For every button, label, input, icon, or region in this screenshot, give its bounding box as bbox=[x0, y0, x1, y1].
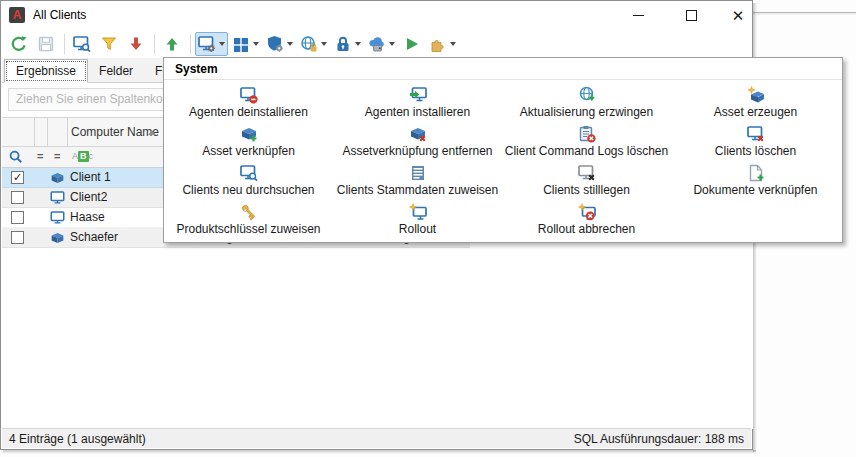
minimize-icon bbox=[633, 15, 644, 16]
client-name: Schaefer bbox=[70, 228, 118, 247]
dropdown-caret-icon bbox=[287, 42, 293, 46]
cube-icon bbox=[50, 230, 65, 245]
monitor-search-icon bbox=[240, 164, 258, 182]
save-button[interactable] bbox=[33, 32, 59, 56]
header-checkbox-column[interactable] bbox=[2, 118, 35, 146]
monitor-search-icon bbox=[73, 35, 91, 53]
menu-item-asset-erzeugen[interactable]: Asset erzeugen bbox=[671, 83, 840, 122]
minimize-button[interactable] bbox=[622, 4, 654, 26]
plugins-button[interactable] bbox=[426, 32, 459, 56]
screen: A All Clients ✕ bbox=[0, 0, 856, 457]
title-bar: A All Clients ✕ bbox=[1, 1, 752, 29]
globe-update-icon bbox=[578, 86, 596, 104]
menu-item-clients-loeschen[interactable]: Clients löschen bbox=[671, 122, 840, 161]
menu-item-assetverknuepfung-entfernen[interactable]: Assetverknüpfung entfernen bbox=[333, 122, 502, 161]
client-name: Client2 bbox=[70, 188, 107, 207]
window-shadow-bottom bbox=[3, 450, 756, 454]
puzzle-icon bbox=[429, 35, 447, 53]
menu-item-agenten-deinstallieren[interactable]: Agenten deinstallieren bbox=[164, 83, 333, 122]
play-icon bbox=[403, 35, 421, 53]
backup-button[interactable] bbox=[365, 32, 398, 56]
menu-item-dokumente-verknuepfen[interactable]: Dokumente verknüpfen bbox=[671, 161, 840, 200]
lock-button[interactable] bbox=[331, 32, 364, 56]
background-window-edge-light bbox=[752, 13, 856, 15]
monitor-delete-icon bbox=[747, 125, 765, 143]
menu-grid: Agenten deinstallieren Agenten installie… bbox=[164, 80, 842, 239]
tab-ergebnisse[interactable]: Ergebnisse bbox=[4, 59, 88, 83]
abc-filter-icon[interactable]: ABc bbox=[72, 151, 93, 162]
form-icon bbox=[409, 164, 427, 182]
tab-felder[interactable]: Felder bbox=[88, 60, 144, 82]
menu-item-clients-stammdaten-zuweisen[interactable]: Clients Stammdaten zuweisen bbox=[333, 161, 502, 200]
abc-b: B bbox=[78, 151, 89, 162]
refresh-button[interactable] bbox=[6, 32, 32, 56]
equals-operator[interactable]: = bbox=[37, 150, 43, 162]
app-logo-icon: A bbox=[9, 7, 25, 23]
header-icon-column[interactable] bbox=[48, 118, 68, 146]
filter-button[interactable] bbox=[96, 32, 122, 56]
rollout-icon bbox=[409, 203, 427, 221]
menu-item-label: Clients neu durchsuchen bbox=[182, 183, 314, 197]
modules-button[interactable] bbox=[229, 32, 262, 56]
row-checkbox[interactable] bbox=[11, 231, 24, 244]
dropdown-caret-icon bbox=[321, 42, 327, 46]
document-add-icon bbox=[747, 164, 765, 182]
client-search-button[interactable] bbox=[69, 32, 95, 56]
status-bar: 4 Einträge (1 ausgewählt) SQL Ausführung… bbox=[2, 428, 751, 448]
key-icon bbox=[240, 203, 258, 221]
menu-item-label: Clients löschen bbox=[715, 144, 796, 158]
maximize-icon bbox=[686, 10, 697, 21]
rollout-cancel-icon bbox=[578, 203, 596, 221]
shield-gear-icon bbox=[266, 35, 284, 53]
row-checkbox[interactable] bbox=[11, 191, 24, 204]
window-title: All Clients bbox=[33, 8, 86, 22]
menu-item-label: Dokumente verknüpfen bbox=[693, 183, 817, 197]
security-button[interactable] bbox=[263, 32, 296, 56]
row-checkbox[interactable] bbox=[11, 211, 24, 224]
cloud-drive-icon bbox=[368, 35, 386, 53]
refresh-icon bbox=[10, 35, 28, 53]
network-button[interactable] bbox=[297, 32, 330, 56]
client-name: Haase bbox=[70, 208, 105, 227]
system-menu-button[interactable] bbox=[195, 32, 228, 56]
search-icon[interactable] bbox=[9, 150, 23, 164]
menu-item-label: Agenten deinstallieren bbox=[189, 105, 308, 119]
client-name: Client 1 bbox=[70, 168, 111, 187]
sort-ascending-icon bbox=[148, 130, 156, 135]
menu-empty-cell bbox=[671, 200, 840, 239]
menu-item-label: Produktschlüssel zuweisen bbox=[176, 222, 320, 236]
grid-icon bbox=[232, 35, 250, 53]
column-header-label[interactable]: Computer Name bbox=[71, 125, 159, 139]
dropdown-caret-icon bbox=[253, 42, 259, 46]
menu-item-produktschluessel-zuweisen[interactable]: Produktschlüssel zuweisen bbox=[164, 200, 333, 239]
header-state-column[interactable] bbox=[35, 118, 48, 146]
menu-item-label: Aktualisierung erzwingen bbox=[520, 105, 653, 119]
cube-icon bbox=[50, 170, 65, 185]
menu-item-agenten-installieren[interactable]: Agenten installieren bbox=[333, 83, 502, 122]
menu-item-clients-neu-durchsuchen[interactable]: Clients neu durchsuchen bbox=[164, 161, 333, 200]
equals-operator[interactable]: = bbox=[54, 150, 60, 162]
move-down-button[interactable] bbox=[123, 32, 149, 56]
toolbar bbox=[1, 29, 752, 59]
menu-item-asset-verknuepfen[interactable]: Asset verknüpfen bbox=[164, 122, 333, 161]
asset-unlink-icon bbox=[409, 125, 427, 143]
menu-item-client-command-logs-loeschen[interactable]: Client Command Logs löschen bbox=[502, 122, 671, 161]
abc-c: c bbox=[89, 151, 94, 161]
row-checkbox-checked[interactable]: ✓ bbox=[11, 171, 24, 184]
menu-item-label: Clients stilllegen bbox=[543, 183, 630, 197]
asset-new-icon bbox=[747, 86, 765, 104]
dropdown-caret-icon bbox=[389, 42, 395, 46]
dropdown-caret-icon bbox=[219, 42, 225, 46]
menu-item-rollout-abbrechen[interactable]: Rollout abbrechen bbox=[502, 200, 671, 239]
close-button[interactable]: ✕ bbox=[722, 4, 754, 26]
maximize-button[interactable] bbox=[675, 4, 707, 26]
move-up-button[interactable] bbox=[159, 32, 185, 56]
system-dropdown-menu: System Agenten deinstallieren Agenten in… bbox=[163, 57, 843, 243]
monitor-install-icon bbox=[409, 86, 427, 104]
run-button[interactable] bbox=[399, 32, 425, 56]
menu-item-aktualisierung-erzwingen[interactable]: Aktualisierung erzwingen bbox=[502, 83, 671, 122]
menu-item-label: Clients Stammdaten zuweisen bbox=[337, 183, 498, 197]
status-entry-count: 4 Einträge (1 ausgewählt) bbox=[9, 432, 146, 446]
menu-item-rollout[interactable]: Rollout bbox=[333, 200, 502, 239]
menu-item-clients-stilllegen[interactable]: Clients stilllegen bbox=[502, 161, 671, 200]
